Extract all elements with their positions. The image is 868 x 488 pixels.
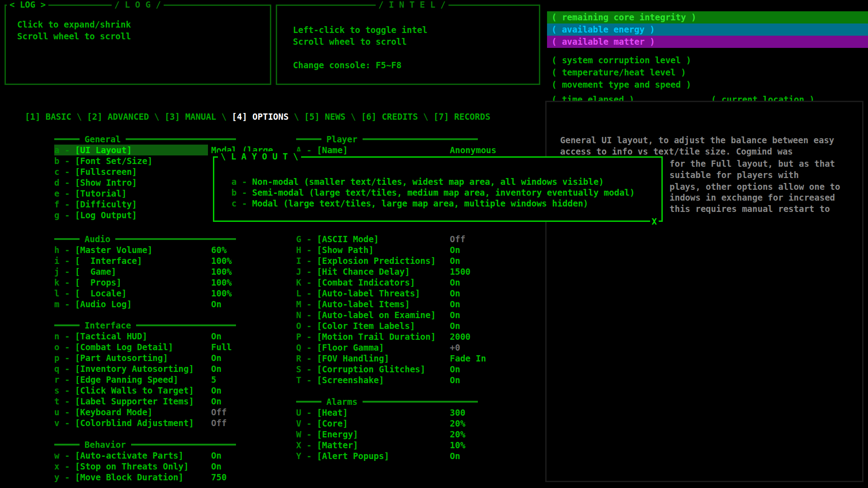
option-value: On	[211, 450, 222, 461]
option-value: On	[450, 288, 460, 299]
option-row-u[interactable]: u - [Keyboard Mode]Off	[54, 407, 208, 418]
option-row-y[interactable]: y - [Move Block Duration]750	[54, 472, 208, 483]
option-row-r[interactable]: r - [Edge Panning Speed]5	[54, 374, 208, 385]
layout-option-b[interactable]: b - Semi-modal (large text/tiles, medium…	[231, 187, 635, 198]
option-row-Q[interactable]: Q - [Floor Gamma]+0	[296, 342, 450, 353]
modal-close-button[interactable]: X	[650, 216, 659, 226]
option-hotkey: j -	[54, 267, 75, 277]
status-readout: ( temperature/heat level )	[547, 66, 686, 79]
option-row-w[interactable]: w - [Auto-activate Parts]On	[54, 450, 208, 461]
option-row-p[interactable]: p - [Part Autosorting]On	[54, 352, 208, 363]
option-row-R[interactable]: R - [FOV Handling]Fade In	[296, 353, 450, 364]
option-row-v[interactable]: v - [Colorblind Adjustment]Off	[54, 418, 208, 428]
option-value: On	[211, 461, 222, 472]
option-row-a[interactable]: a - [UI Layout]Modal (large...	[54, 145, 208, 155]
option-row-M[interactable]: M - [Auto-label Items]On	[296, 299, 450, 310]
option-row-W[interactable]: W - [Energy]20%	[296, 429, 450, 440]
option-row-O[interactable]: O - [Color Item Labels]On	[296, 320, 450, 331]
option-hotkey: l -	[54, 288, 75, 298]
info-text-line: General UI layout, to adjust the balance…	[560, 135, 834, 146]
option-hotkey: r -	[54, 375, 75, 385]
option-value: 100%	[211, 288, 232, 299]
options-section-general: Generala - [UI Layout]Modal (large...b -…	[54, 134, 236, 221]
option-row-j[interactable]: j - [ Game]100%	[54, 266, 208, 277]
option-row-N[interactable]: N - [Auto-label on Examine]On	[296, 310, 450, 320]
option-row-U[interactable]: U - [Heat]300	[296, 407, 450, 418]
option-row-c[interactable]: c - [Fullscreen]	[54, 166, 208, 177]
option-row-G[interactable]: G - [ASCII Mode]Off	[296, 234, 450, 244]
option-hotkey: P -	[296, 332, 317, 342]
option-row-T[interactable]: T - [Screenshake]On	[296, 375, 450, 385]
option-row-d[interactable]: d - [Show Intro]	[54, 177, 208, 188]
section-title: Behavior	[85, 439, 126, 450]
option-label: [FOV Handling]	[317, 353, 389, 363]
option-row-P[interactable]: P - [Motion Trail Duration]2000	[296, 331, 450, 342]
option-value: On	[450, 320, 460, 331]
option-label: [Color Item Labels]	[317, 321, 415, 331]
option-label: [Explosion Predictions]	[317, 256, 436, 266]
option-label: [Edge Panning Speed]	[75, 375, 179, 385]
option-row-i[interactable]: i - [ Interface]100%	[54, 255, 208, 266]
option-row-X[interactable]: X - [Matter]10%	[296, 440, 450, 450]
option-label: [Font Set/Size]	[75, 156, 153, 166]
option-row-S[interactable]: S - [Corruption Glitches]On	[296, 364, 450, 375]
option-row-l[interactable]: l - [ Locale]100%	[54, 288, 208, 299]
option-hotkey: o -	[54, 342, 75, 352]
option-value: On	[450, 255, 460, 266]
option-hotkey: s -	[54, 385, 75, 395]
option-hotkey: y -	[54, 472, 75, 482]
option-hotkey: q -	[54, 364, 75, 374]
log-tab[interactable]: < LOG >	[7, 0, 48, 9]
option-row-o[interactable]: o - [Combat Log Detail]Full	[54, 342, 208, 352]
option-row-K[interactable]: K - [Combat Indicators]On	[296, 277, 450, 288]
option-value: 100%	[211, 277, 232, 288]
option-row-Y[interactable]: Y - [Alert Popups]On	[296, 450, 450, 461]
option-hotkey: d -	[54, 178, 75, 188]
tab--4-options[interactable]: [4] OPTIONS	[232, 112, 289, 122]
option-row-A[interactable]: A - [Name]Anonymous	[296, 145, 450, 155]
option-row-V[interactable]: V - [Core]20%	[296, 418, 450, 429]
option-hotkey: p -	[54, 353, 75, 363]
option-row-t[interactable]: t - [Label Supporter Items]On	[54, 396, 208, 407]
option-label: [Auto-label Items]	[317, 299, 410, 309]
option-label: [Tutorial]	[75, 188, 127, 198]
option-label: [ Props]	[75, 277, 122, 287]
option-label: [Core]	[317, 418, 348, 428]
option-value: Off	[450, 234, 465, 244]
option-row-n[interactable]: n - [Tactical HUD]On	[54, 331, 208, 342]
option-row-s[interactable]: s - [Click Walls to Target]On	[54, 385, 208, 396]
option-row-k[interactable]: k - [ Props]100%	[54, 277, 208, 288]
option-value: On	[450, 277, 460, 288]
option-row-e[interactable]: e - [Tutorial]	[54, 188, 208, 199]
option-hotkey: g -	[54, 210, 75, 220]
layout-option-c[interactable]: c - Modal (large text/tiles, large map a…	[231, 198, 635, 209]
option-value: 300	[450, 407, 465, 418]
option-row-b[interactable]: b - [Font Set/Size]	[54, 155, 208, 166]
info-text-line: access to info vs text/tile size. Cogmin…	[560, 146, 793, 157]
option-value: On	[450, 299, 460, 310]
option-label: [Click Walls to Target]	[75, 385, 194, 395]
option-hotkey: L -	[296, 288, 317, 298]
option-row-m[interactable]: m - [Audio Log]On	[54, 299, 208, 310]
option-row-J[interactable]: J - [Hit Chance Delay]1500	[296, 266, 450, 277]
option-row-q[interactable]: q - [Inventory Autosorting]On	[54, 363, 208, 374]
option-hotkey: m -	[54, 299, 75, 309]
option-row-f[interactable]: f - [Difficulty]	[54, 199, 208, 210]
option-hotkey: V -	[296, 418, 317, 428]
option-row-h[interactable]: h - [Master Volume]60%	[54, 244, 208, 255]
option-label: [Corruption Glitches]	[317, 364, 425, 374]
option-hotkey: h -	[54, 245, 75, 255]
option-row-H[interactable]: H - [Show Path]On	[296, 244, 450, 255]
option-hotkey: e -	[54, 188, 75, 198]
option-hotkey: u -	[54, 407, 75, 417]
option-hotkey: b -	[54, 156, 75, 166]
option-row-I[interactable]: I - [Explosion Predictions]On	[296, 255, 450, 266]
option-value: On	[450, 310, 460, 320]
option-row-L[interactable]: L - [Auto-label Threats]On	[296, 288, 450, 299]
section-rule	[296, 401, 321, 403]
layout-option-a[interactable]: a - Non-modal (smaller text/tiles, wides…	[231, 176, 635, 187]
option-label: [Fullscreen]	[75, 167, 137, 177]
option-row-g[interactable]: g - [Log Output]	[54, 210, 208, 221]
option-row-x[interactable]: x - [Stop on Threats Only]On	[54, 461, 208, 472]
option-value: 1500	[450, 266, 471, 277]
